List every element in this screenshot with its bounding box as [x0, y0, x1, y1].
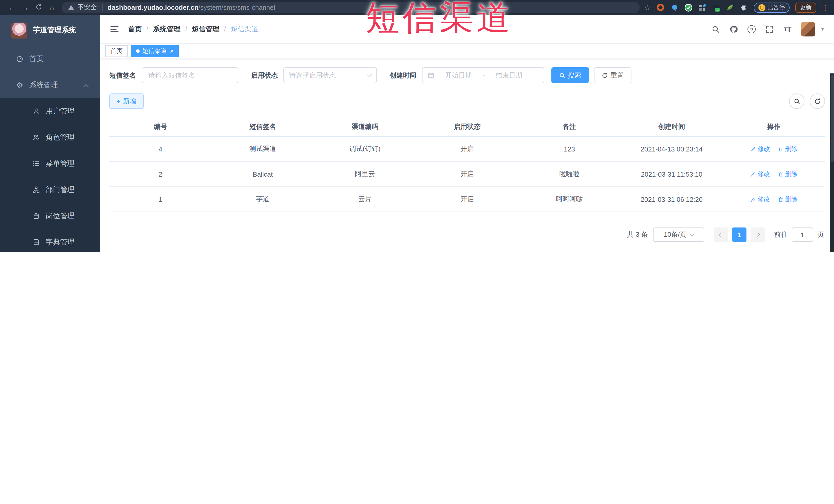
status-label: 启用状态: [251, 71, 278, 80]
sidebar-item-departments[interactable]: 部门管理: [0, 177, 100, 203]
sidebar-item-label: 系统管理: [29, 80, 58, 90]
page-number-active[interactable]: 1: [732, 227, 746, 242]
extension-check-icon[interactable]: [684, 3, 692, 12]
edit-link[interactable]: 修改: [750, 195, 770, 204]
page-scrollbar[interactable]: [830, 73, 834, 252]
reset-button[interactable]: 重置: [594, 67, 632, 83]
sidebar-item-system[interactable]: ⚙ 系统管理: [0, 72, 100, 98]
sidebar-item-home[interactable]: 首页: [0, 46, 100, 72]
book-icon: [32, 238, 41, 246]
url-host[interactable]: dashboard.yudao.iocoder.cn: [108, 4, 198, 11]
sidebar-collapse-icon[interactable]: [110, 26, 118, 32]
fullscreen-icon[interactable]: [765, 24, 774, 34]
browser-forward-icon[interactable]: →: [19, 3, 32, 12]
font-size-icon[interactable]: TT: [783, 24, 792, 34]
cell-created: 2021-03-31 06:12:20: [620, 195, 723, 203]
tab-sms-channel[interactable]: 短信渠道 ×: [131, 45, 179, 57]
app-logo-row[interactable]: 芋道管理系统: [0, 15, 100, 46]
browser-home-icon[interactable]: ⌂: [45, 3, 59, 12]
page-content: 短信签名 启用状态 请选择启用状态 创建时间 -: [100, 59, 834, 252]
prev-page-button[interactable]: [714, 227, 728, 242]
breadcrumb-separator: /: [224, 25, 226, 33]
start-date-input[interactable]: [437, 71, 480, 80]
extension-orange-icon[interactable]: [656, 3, 664, 12]
pencil-icon: [750, 146, 756, 152]
pencil-icon: [750, 171, 756, 177]
extension-vpn-icon[interactable]: on: [712, 3, 720, 12]
trash-icon: [778, 146, 784, 152]
page-size-select[interactable]: 10条/页: [653, 227, 704, 242]
breadcrumb-sms[interactable]: 短信管理: [192, 24, 219, 34]
range-separator: -: [483, 71, 485, 79]
col-header: 短信签名: [212, 122, 314, 131]
browser-back-icon[interactable]: ←: [5, 3, 19, 12]
toggle-search-button[interactable]: [789, 93, 805, 109]
active-tab-dot-icon: [136, 49, 140, 53]
add-button-label: 新增: [123, 96, 136, 106]
sidebar-item-roles[interactable]: 角色管理: [0, 124, 100, 151]
date-range-picker[interactable]: -: [422, 67, 544, 83]
sidebar-item-menus[interactable]: 菜单管理: [0, 151, 100, 177]
cell-actions: 修改 删除: [723, 170, 825, 178]
edit-link[interactable]: 修改: [750, 145, 770, 153]
status-select[interactable]: 请选择启用状态: [283, 67, 377, 83]
tab-label: 首页: [110, 47, 123, 56]
extension-leaf-icon[interactable]: [726, 3, 734, 12]
address-bar[interactable]: 不安全 dashboard.yudao.iocoder.cn/system/sm…: [62, 2, 640, 13]
delete-link[interactable]: 删除: [778, 195, 797, 204]
pencil-icon: [750, 196, 756, 202]
sidebar-item-users[interactable]: 用户管理: [0, 98, 100, 124]
sidebar-item-label: 岗位管理: [46, 211, 74, 221]
cell-created: 2021-04-13 00:23:14: [620, 145, 723, 153]
sidebar-item-dict[interactable]: 字典管理: [0, 229, 100, 252]
gear-icon: ⚙: [16, 81, 24, 89]
add-button[interactable]: + 新增: [109, 93, 144, 109]
plus-icon: +: [116, 97, 120, 105]
sign-label: 短信签名: [109, 71, 136, 80]
breadcrumb-home[interactable]: 首页: [128, 24, 142, 34]
avatar-caret-icon[interactable]: ▾: [821, 26, 824, 32]
browser-menu-icon[interactable]: ⋮: [822, 3, 829, 12]
bookmark-star-icon[interactable]: ☆: [644, 3, 651, 12]
help-icon[interactable]: ?: [747, 24, 756, 34]
cell-sign: 测试渠道: [212, 144, 314, 154]
delete-link[interactable]: 删除: [778, 145, 797, 153]
end-date-input[interactable]: [488, 71, 530, 80]
paused-extension-badge[interactable]: 已暂停: [753, 2, 790, 13]
search-button[interactable]: 搜索: [551, 67, 589, 83]
delete-link[interactable]: 删除: [778, 170, 797, 178]
tab-home[interactable]: 首页: [105, 45, 128, 57]
user-icon: [32, 107, 41, 115]
update-button[interactable]: 更新: [795, 2, 816, 13]
browser-reload-icon[interactable]: [32, 3, 45, 12]
cell-code: 阿里云: [314, 170, 416, 179]
search-icon[interactable]: [711, 24, 721, 34]
breadcrumb-separator: /: [185, 25, 188, 33]
cell-sign: 芋道: [212, 195, 314, 204]
goto-page-input[interactable]: [792, 227, 813, 242]
col-header: 启用状态: [416, 122, 518, 131]
next-page-button[interactable]: [751, 227, 765, 242]
reset-button-label: 重置: [610, 71, 624, 80]
sidebar-item-posts[interactable]: 岗位管理: [0, 203, 100, 229]
github-icon[interactable]: [729, 24, 739, 34]
scrollbar-thumb[interactable]: [830, 74, 833, 162]
close-icon[interactable]: ×: [170, 47, 174, 55]
security-label[interactable]: 不安全: [78, 3, 97, 12]
sign-input[interactable]: [147, 71, 233, 80]
list-icon: [32, 160, 41, 168]
table-row: 1 芋道 云片 开启 呵呵呵哒 2021-03-31 06:12:20 修改 删…: [109, 187, 825, 212]
refresh-table-button[interactable]: [810, 93, 825, 109]
col-header: 创建时间: [620, 122, 723, 131]
user-avatar[interactable]: [801, 22, 815, 36]
edit-link[interactable]: 修改: [750, 170, 770, 178]
extension-pin-icon[interactable]: [670, 3, 678, 12]
emoji-face-icon: [758, 4, 765, 11]
extensions-puzzle-icon[interactable]: [740, 3, 748, 12]
extension-grid-icon[interactable]: [698, 3, 706, 12]
app-title: 芋道管理系统: [33, 26, 76, 35]
breadcrumb-system[interactable]: 系统管理: [153, 24, 181, 34]
url-path[interactable]: /system/sms/sms-channel: [198, 4, 275, 11]
table-row: 2 Ballcat 阿里云 开启 啦啦啦 2021-03-31 11:53:10…: [109, 162, 825, 187]
chevron-down-icon: [367, 72, 372, 77]
